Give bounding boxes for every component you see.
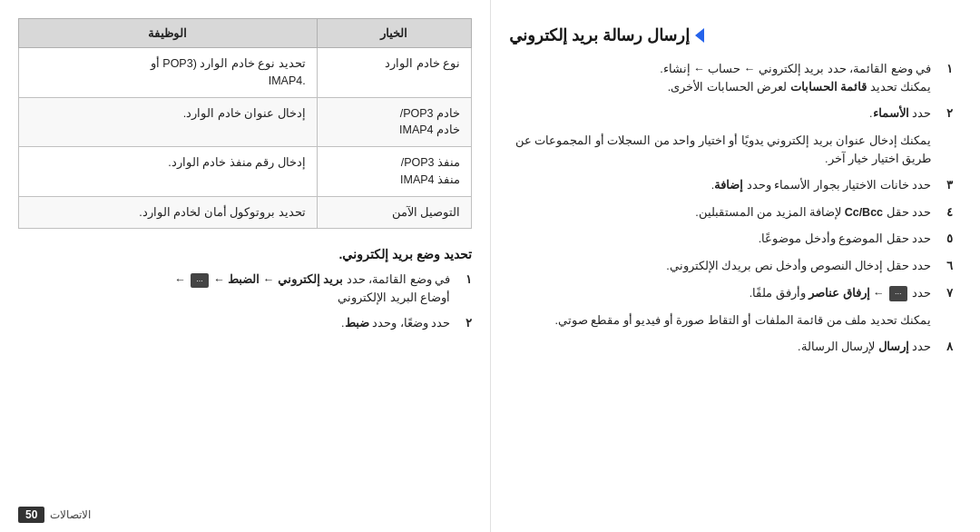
right-panel: الخيار الوظيفة نوع خادم الوارد تحديد نوع… xyxy=(0,0,490,532)
step-number: ٧ xyxy=(938,284,953,303)
list-item: ٥ حدد حقل الموضوع وأدخل موضوعًا. xyxy=(509,230,953,249)
step-number: ٣ xyxy=(938,176,953,195)
step-number: ٤ xyxy=(938,203,953,222)
table-header-option: الخيار xyxy=(317,19,471,48)
title-text: إرسال رسالة بريد إلكتروني xyxy=(509,25,690,45)
step-text: في وضع القائمة، حدد بريد إلكتروني ← حساب… xyxy=(509,60,931,96)
list-item: يمكنك إدخال عنوان بريد إلكتروني يدويًا أ… xyxy=(509,132,953,168)
table-cell: خادم POP3/خادم IMAP4 xyxy=(317,97,471,147)
table-header-function: الوظيفة xyxy=(19,19,318,48)
left-panel: إرسال رسالة بريد إلكتروني ١ في وضع القائ… xyxy=(490,0,980,532)
step-number: ٢ xyxy=(938,104,953,123)
table-row: منفذ POP3/منفذ IMAP4 إدخال رقم منفذ خادم… xyxy=(19,147,472,197)
table-row: التوصيل الآمن تحديد بروتوكول أمان لخادم … xyxy=(19,196,472,229)
table-cell: منفذ POP3/منفذ IMAP4 xyxy=(317,147,471,197)
list-item: ٧ حدد ··· ← إرفاق عناصر وأرفق ملفًا. xyxy=(509,284,953,303)
step-text: حدد خانات الاختيار بجوار الأسماء وحدد إض… xyxy=(509,176,931,194)
sub-steps-list: ١ في وضع القائمة، حدد بريد إلكتروني ← ال… xyxy=(18,271,472,333)
step-text: في وضع القائمة، حدد بريد إلكتروني ← الضب… xyxy=(18,271,450,307)
info-table: الخيار الوظيفة نوع خادم الوارد تحديد نوع… xyxy=(18,18,472,229)
step-number: ١ xyxy=(457,271,472,290)
step-text: حدد ··· ← إرفاق عناصر وأرفق ملفًا. xyxy=(509,284,931,302)
list-item: ٢ حدد وضعًا، وحدد ضبط. xyxy=(18,314,472,333)
table-cell: إدخال رقم منفذ خادم الوارد. xyxy=(19,147,318,197)
table-row: خادم POP3/خادم IMAP4 إدخال عنوان خادم ال… xyxy=(19,97,472,147)
step-number: ٨ xyxy=(938,338,953,357)
table-cell: التوصيل الآمن xyxy=(317,196,471,229)
step-number: ٥ xyxy=(938,230,953,249)
table-cell: تحديد نوع خادم الوارد (POP3 أو.IMAP4 xyxy=(19,48,318,98)
step-text: حدد حقل Cc/Bcc لإضافة المزيد من المستقبل… xyxy=(509,203,931,222)
table-cell: إدخال عنوان خادم الوارد. xyxy=(19,97,318,147)
list-item: يمكنك تحديد ملف من قائمة الملفات أو التق… xyxy=(509,311,953,330)
step-text: يمكنك تحديد ملف من قائمة الملفات أو التق… xyxy=(509,311,931,330)
step-text: حدد حقل إدخال النصوص وأدخل نص بريدك الإل… xyxy=(509,257,931,275)
step-text: حدد حقل الموضوع وأدخل موضوعًا. xyxy=(509,230,931,248)
sub-section: تحديد وضع بريد إلكتروني. ١ في وضع القائم… xyxy=(18,247,472,340)
list-item: ٤ حدد حقل Cc/Bcc لإضافة المزيد من المستق… xyxy=(509,203,953,222)
steps-list: ١ في وضع القائمة، حدد بريد إلكتروني ← حس… xyxy=(509,60,953,357)
step-text: حدد إرسال لإرسال الرسالة. xyxy=(509,338,931,356)
table-row: نوع خادم الوارد تحديد نوع خادم الوارد (P… xyxy=(19,48,472,98)
section-title: إرسال رسالة بريد إلكتروني xyxy=(509,25,953,45)
list-item: ٢ حدد الأسماء. xyxy=(509,104,953,123)
list-item: ١ في وضع القائمة، حدد بريد إلكتروني ← حس… xyxy=(509,60,953,96)
step-number: ٢ xyxy=(457,314,472,333)
step-text: يمكنك إدخال عنوان بريد إلكتروني يدويًا أ… xyxy=(509,132,931,168)
step-number: ٦ xyxy=(938,257,953,276)
step-text: حدد وضعًا، وحدد ضبط. xyxy=(18,314,450,332)
table-cell: تحديد بروتوكول أمان لخادم الوارد. xyxy=(19,196,318,229)
page-number: 50 xyxy=(18,507,44,523)
list-item: ٨ حدد إرسال لإرسال الرسالة. xyxy=(509,338,953,357)
list-item: ٣ حدد خانات الاختيار بجوار الأسماء وحدد … xyxy=(509,176,953,195)
table-cell: نوع خادم الوارد xyxy=(317,48,471,98)
footer-label: الاتصالات xyxy=(50,508,91,521)
list-item: ١ في وضع القائمة، حدد بريد إلكتروني ← ال… xyxy=(18,271,472,307)
sub-section-title: تحديد وضع بريد إلكتروني. xyxy=(18,247,472,261)
step-text: حدد الأسماء. xyxy=(509,104,931,123)
inline-box: ··· xyxy=(889,286,907,300)
step-number: ١ xyxy=(938,60,953,79)
footer: 50 الاتصالات xyxy=(18,507,91,523)
inline-box: ··· xyxy=(191,273,209,288)
list-item: ٦ حدد حقل إدخال النصوص وأدخل نص بريدك ال… xyxy=(509,257,953,276)
